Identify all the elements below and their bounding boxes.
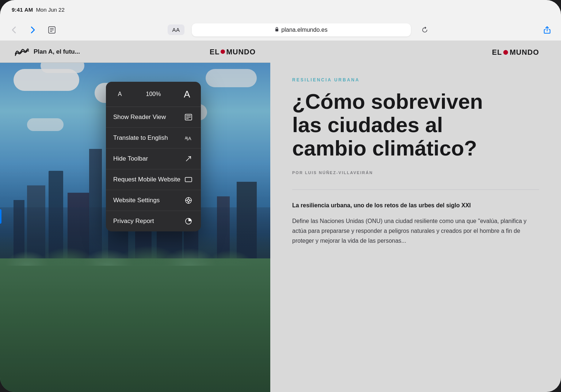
reload-button[interactable] [418, 23, 431, 36]
status-bar: 9:41 AM Mon Jun 22 [0, 0, 561, 19]
menu-item-translate[interactable]: Translate to English A A [106, 128, 201, 149]
font-size-controls: A 100% A [106, 82, 201, 107]
mobile-website-icon [183, 174, 194, 185]
svg-point-14 [187, 199, 190, 201]
url-text: plana.elmundo.es [281, 27, 327, 33]
menu-item-label-website-settings: Website Settings [113, 197, 160, 204]
status-date: Mon Jun 22 [36, 7, 64, 13]
decrease-font-button[interactable]: A [112, 86, 128, 102]
status-time: 9:41 AM [12, 7, 33, 13]
popup-menu: A 100% A Show Reader View [106, 82, 201, 231]
translate-icon: A A [183, 133, 194, 143]
menu-item-label-request-mobile: Request Mobile Website [113, 176, 180, 183]
font-percent-display: 100% [128, 91, 179, 97]
menu-item-privacy-report[interactable]: Privacy Report [106, 211, 201, 231]
lock-icon [275, 27, 279, 33]
back-button[interactable] [7, 23, 20, 36]
overlay [0, 41, 561, 392]
share-button[interactable] [541, 23, 554, 36]
menu-item-hide-toolbar[interactable]: Hide Toolbar [106, 149, 201, 169]
menu-item-request-mobile[interactable]: Request Mobile Website [106, 169, 201, 190]
reader-view-icon [183, 112, 194, 122]
menu-item-label-translate: Translate to English [113, 134, 168, 142]
address-bar-container: AA plana.elmundo.es [64, 23, 535, 36]
browser-toolbar: AA plana.elmundo.es [0, 19, 561, 41]
main-content: Plan A, el futu... EL MUNDO EL MUNDO RES… [0, 41, 561, 392]
website-settings-icon [183, 195, 194, 205]
svg-text:A: A [185, 136, 187, 140]
svg-rect-12 [185, 177, 192, 182]
menu-item-website-settings[interactable]: Website Settings [106, 190, 201, 211]
bookmarks-button[interactable] [45, 23, 58, 36]
aa-button[interactable]: AA [168, 24, 184, 35]
hide-toolbar-icon [183, 154, 194, 164]
menu-item-show-reader-view[interactable]: Show Reader View [106, 107, 201, 128]
menu-item-label-reader-view: Show Reader View [113, 114, 166, 121]
forward-button[interactable] [26, 23, 39, 36]
device-frame: 9:41 AM Mon Jun 22 AA [0, 0, 561, 392]
svg-rect-4 [275, 29, 278, 31]
menu-item-label-privacy-report: Privacy Report [113, 218, 154, 225]
increase-font-button[interactable]: A [179, 86, 195, 102]
menu-item-label-hide-toolbar: Hide Toolbar [113, 155, 148, 162]
svg-text:A: A [188, 136, 191, 141]
privacy-report-icon [183, 216, 194, 226]
side-indicator [0, 209, 1, 224]
address-bar[interactable]: plana.elmundo.es [192, 23, 411, 36]
